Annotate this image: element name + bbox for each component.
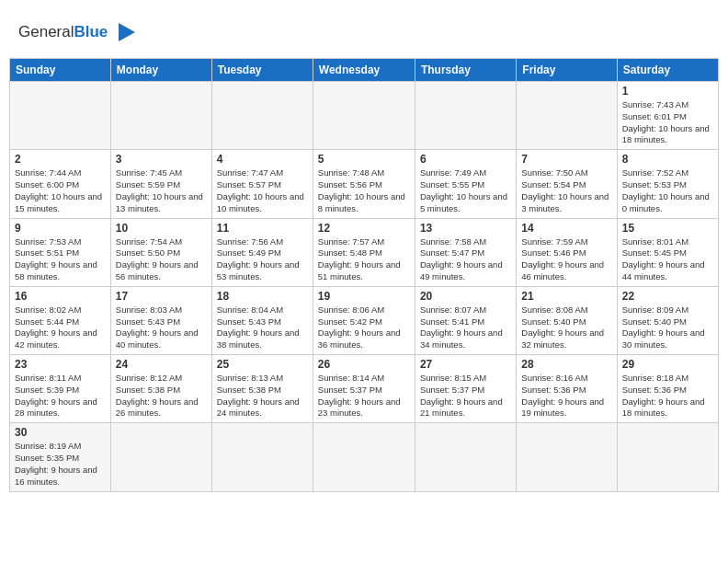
calendar-cell: 4Sunrise: 7:47 AM Sunset: 5:57 PM Daylig… — [211, 150, 313, 218]
logo-text: GeneralBlue — [18, 23, 108, 41]
calendar-cell — [211, 423, 313, 491]
day-number: 12 — [318, 222, 410, 235]
day-info: Sunrise: 7:44 AM Sunset: 6:00 PM Dayligh… — [15, 167, 106, 214]
day-number: 6 — [420, 153, 511, 166]
weekday-tuesday: Tuesday — [211, 59, 313, 82]
calendar-cell: 18Sunrise: 8:04 AM Sunset: 5:43 PM Dayli… — [211, 286, 313, 354]
day-number: 22 — [622, 290, 713, 303]
calendar-cell: 12Sunrise: 7:57 AM Sunset: 5:48 PM Dayli… — [313, 218, 415, 286]
day-info: Sunrise: 7:49 AM Sunset: 5:55 PM Dayligh… — [420, 167, 511, 214]
day-info: Sunrise: 8:12 AM Sunset: 5:38 PM Dayligh… — [116, 373, 207, 419]
day-number: 17 — [116, 290, 207, 303]
calendar-cell: 16Sunrise: 8:02 AM Sunset: 5:44 PM Dayli… — [10, 286, 111, 354]
calendar-cell — [313, 82, 415, 150]
day-info: Sunrise: 7:47 AM Sunset: 5:57 PM Dayligh… — [217, 167, 308, 214]
day-number: 5 — [318, 153, 410, 166]
day-info: Sunrise: 7:48 AM Sunset: 5:56 PM Dayligh… — [318, 167, 410, 214]
calendar-cell — [211, 82, 313, 150]
calendar-cell: 9Sunrise: 7:53 AM Sunset: 5:51 PM Daylig… — [10, 218, 111, 286]
weekday-header-row: SundayMondayTuesdayWednesdayThursdayFrid… — [10, 59, 719, 82]
calendar-cell: 24Sunrise: 8:12 AM Sunset: 5:38 PM Dayli… — [110, 355, 211, 423]
day-number: 16 — [15, 290, 106, 303]
calendar-cell — [617, 423, 718, 491]
calendar-cell: 8Sunrise: 7:52 AM Sunset: 5:53 PM Daylig… — [617, 150, 718, 218]
day-number: 26 — [318, 358, 410, 371]
day-info: Sunrise: 8:15 AM Sunset: 5:37 PM Dayligh… — [420, 373, 511, 419]
day-info: Sunrise: 8:19 AM Sunset: 5:35 PM Dayligh… — [15, 441, 106, 488]
day-info: Sunrise: 8:16 AM Sunset: 5:36 PM Dayligh… — [521, 373, 611, 419]
day-info: Sunrise: 7:58 AM Sunset: 5:47 PM Dayligh… — [420, 236, 511, 283]
day-info: Sunrise: 8:06 AM Sunset: 5:42 PM Dayligh… — [318, 304, 410, 351]
calendar-cell: 11Sunrise: 7:56 AM Sunset: 5:49 PM Dayli… — [211, 218, 313, 286]
day-number: 13 — [420, 222, 511, 235]
header: GeneralBlue — [9, 9, 719, 51]
day-number: 10 — [116, 222, 207, 235]
calendar-cell: 7Sunrise: 7:50 AM Sunset: 5:54 PM Daylig… — [517, 150, 617, 218]
calendar-cell: 14Sunrise: 7:59 AM Sunset: 5:46 PM Dayli… — [517, 218, 617, 286]
day-number: 18 — [217, 290, 308, 303]
calendar-cell: 23Sunrise: 8:11 AM Sunset: 5:39 PM Dayli… — [10, 355, 111, 423]
calendar-cell: 19Sunrise: 8:06 AM Sunset: 5:42 PM Dayli… — [313, 286, 415, 354]
calendar-cell — [10, 82, 111, 150]
day-info: Sunrise: 7:45 AM Sunset: 5:59 PM Dayligh… — [116, 167, 207, 214]
day-number: 30 — [15, 426, 106, 439]
day-info: Sunrise: 8:13 AM Sunset: 5:38 PM Dayligh… — [217, 373, 308, 419]
weekday-sunday: Sunday — [10, 59, 111, 82]
day-number: 11 — [217, 222, 308, 235]
day-info: Sunrise: 8:08 AM Sunset: 5:40 PM Dayligh… — [521, 304, 611, 351]
calendar-cell: 13Sunrise: 7:58 AM Sunset: 5:47 PM Dayli… — [415, 218, 516, 286]
week-row-2: 2Sunrise: 7:44 AM Sunset: 6:00 PM Daylig… — [10, 150, 719, 218]
week-row-5: 23Sunrise: 8:11 AM Sunset: 5:39 PM Dayli… — [10, 355, 719, 423]
day-info: Sunrise: 7:59 AM Sunset: 5:46 PM Dayligh… — [521, 236, 611, 283]
calendar-cell — [415, 423, 516, 491]
day-info: Sunrise: 7:50 AM Sunset: 5:54 PM Dayligh… — [521, 167, 611, 214]
calendar-cell: 3Sunrise: 7:45 AM Sunset: 5:59 PM Daylig… — [110, 150, 211, 218]
weekday-monday: Monday — [110, 59, 211, 82]
day-info: Sunrise: 8:07 AM Sunset: 5:41 PM Dayligh… — [420, 304, 511, 351]
calendar-cell: 29Sunrise: 8:18 AM Sunset: 5:36 PM Dayli… — [617, 355, 718, 423]
week-row-6: 30Sunrise: 8:19 AM Sunset: 5:35 PM Dayli… — [10, 423, 719, 491]
calendar-cell: 22Sunrise: 8:09 AM Sunset: 5:40 PM Dayli… — [617, 286, 718, 354]
week-row-3: 9Sunrise: 7:53 AM Sunset: 5:51 PM Daylig… — [10, 218, 719, 286]
day-info: Sunrise: 8:04 AM Sunset: 5:43 PM Dayligh… — [217, 304, 308, 351]
calendar-cell — [110, 82, 211, 150]
day-number: 3 — [116, 153, 207, 166]
calendar-cell: 21Sunrise: 8:08 AM Sunset: 5:40 PM Dayli… — [517, 286, 617, 354]
calendar-cell: 26Sunrise: 8:14 AM Sunset: 5:37 PM Dayli… — [313, 355, 415, 423]
calendar-cell: 20Sunrise: 8:07 AM Sunset: 5:41 PM Dayli… — [415, 286, 516, 354]
calendar-cell: 15Sunrise: 8:01 AM Sunset: 5:45 PM Dayli… — [617, 218, 718, 286]
calendar-cell: 27Sunrise: 8:15 AM Sunset: 5:37 PM Dayli… — [415, 355, 516, 423]
calendar-cell: 10Sunrise: 7:54 AM Sunset: 5:50 PM Dayli… — [110, 218, 211, 286]
day-info: Sunrise: 8:02 AM Sunset: 5:44 PM Dayligh… — [15, 304, 106, 351]
day-number: 14 — [521, 222, 611, 235]
weekday-wednesday: Wednesday — [313, 59, 415, 82]
day-info: Sunrise: 8:01 AM Sunset: 5:45 PM Dayligh… — [622, 236, 713, 283]
weekday-saturday: Saturday — [617, 59, 718, 82]
calendar-cell: 17Sunrise: 8:03 AM Sunset: 5:43 PM Dayli… — [110, 286, 211, 354]
calendar-cell: 2Sunrise: 7:44 AM Sunset: 6:00 PM Daylig… — [10, 150, 111, 218]
day-number: 2 — [15, 153, 106, 166]
day-number: 20 — [420, 290, 511, 303]
day-number: 27 — [420, 358, 511, 371]
calendar-cell — [110, 423, 211, 491]
calendar-cell — [517, 82, 617, 150]
day-number: 9 — [15, 222, 106, 235]
day-info: Sunrise: 7:57 AM Sunset: 5:48 PM Dayligh… — [318, 236, 410, 283]
day-info: Sunrise: 7:52 AM Sunset: 5:53 PM Dayligh… — [622, 167, 713, 214]
day-number: 1 — [622, 85, 713, 98]
calendar-table: SundayMondayTuesdayWednesdayThursdayFrid… — [9, 58, 719, 492]
calendar-cell: 25Sunrise: 8:13 AM Sunset: 5:38 PM Dayli… — [211, 355, 313, 423]
svg-marker-0 — [119, 23, 135, 41]
weekday-friday: Friday — [517, 59, 617, 82]
day-number: 23 — [15, 358, 106, 371]
week-row-4: 16Sunrise: 8:02 AM Sunset: 5:44 PM Dayli… — [10, 286, 719, 354]
calendar-cell — [313, 423, 415, 491]
day-info: Sunrise: 8:03 AM Sunset: 5:43 PM Dayligh… — [116, 304, 207, 351]
day-info: Sunrise: 8:09 AM Sunset: 5:40 PM Dayligh… — [622, 304, 713, 351]
day-number: 29 — [622, 358, 713, 371]
day-number: 15 — [622, 222, 713, 235]
calendar-cell: 30Sunrise: 8:19 AM Sunset: 5:35 PM Dayli… — [10, 423, 111, 491]
day-info: Sunrise: 7:53 AM Sunset: 5:51 PM Dayligh… — [15, 236, 106, 283]
day-number: 19 — [318, 290, 410, 303]
day-info: Sunrise: 7:56 AM Sunset: 5:49 PM Dayligh… — [217, 236, 308, 283]
